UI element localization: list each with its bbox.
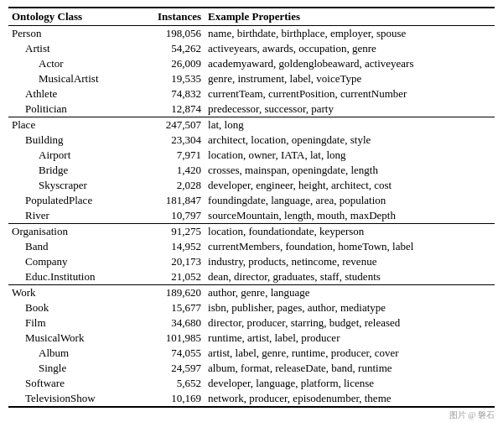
instances-cell: 34,680 — [136, 315, 205, 331]
table-row: Educ.Institution21,052dean, director, gr… — [8, 269, 495, 285]
instances-cell: 26,009 — [136, 56, 205, 71]
properties-cell: dean, director, graduates, staff, studen… — [205, 269, 495, 285]
properties-cell: artist, label, genre, runtime, producer,… — [205, 346, 495, 361]
properties-cell: currentTeam, currentPosition, currentNum… — [205, 86, 495, 102]
ontology-table: Ontology Class Instances Example Propert… — [8, 7, 495, 408]
class-cell: Building — [8, 133, 136, 148]
properties-cell: architect, location, openingdate, style — [205, 133, 495, 148]
class-cell: Bridge — [8, 163, 136, 178]
table-row: Book15,677isbn, publisher, pages, author… — [8, 300, 495, 315]
properties-cell: director, producer, starring, budget, re… — [205, 315, 495, 331]
properties-cell: album, format, releaseDate, band, runtim… — [205, 361, 495, 376]
table-row: MusicalWork101,985runtime, artist, label… — [8, 331, 495, 346]
table-row: Actor26,009academyaward, goldenglobeawar… — [8, 56, 495, 71]
class-cell: Film — [8, 315, 136, 331]
class-cell: Place — [8, 117, 136, 133]
class-cell: Skyscraper — [8, 178, 136, 193]
instances-cell: 91,275 — [136, 224, 205, 240]
instances-cell: 189,620 — [136, 285, 205, 301]
class-cell: Work — [8, 285, 136, 301]
properties-cell: currentMembers, foundation, homeTown, la… — [205, 239, 495, 254]
properties-cell: author, genre, language — [205, 285, 495, 301]
properties-cell: location, foundationdate, keyperson — [205, 224, 495, 240]
table-row: Person198,056name, birthdate, birthplace… — [8, 26, 495, 42]
instances-cell: 5,652 — [136, 376, 205, 391]
table-row: Politician12,874predecessor, successor, … — [8, 102, 495, 117]
instances-cell: 20,173 — [136, 254, 205, 269]
table-row: Album74,055artist, label, genre, runtime… — [8, 346, 495, 361]
table-row: Band14,952currentMembers, foundation, ho… — [8, 239, 495, 254]
instances-cell: 247,507 — [136, 117, 205, 133]
properties-cell: crosses, mainspan, openingdate, length — [205, 163, 495, 178]
instances-cell: 101,985 — [136, 331, 205, 346]
instances-cell: 14,952 — [136, 239, 205, 254]
class-cell: Book — [8, 300, 136, 315]
table-row: Bridge1,420crosses, mainspan, openingdat… — [8, 163, 495, 178]
table-row: TelevisionShow10,169network, producer, e… — [8, 391, 495, 407]
class-cell: PopulatedPlace — [8, 193, 136, 208]
header-properties: Example Properties — [205, 8, 495, 26]
table-row: Artist54,262activeyears, awards, occupat… — [8, 41, 495, 56]
properties-cell: foundingdate, language, area, population — [205, 193, 495, 208]
instances-cell: 2,028 — [136, 178, 205, 193]
class-cell: Company — [8, 254, 136, 269]
instances-cell: 54,262 — [136, 41, 205, 56]
instances-cell: 181,847 — [136, 193, 205, 208]
class-cell: MusicalArtist — [8, 71, 136, 86]
instances-cell: 74,832 — [136, 86, 205, 102]
table-row: Airport7,971location, owner, IATA, lat, … — [8, 148, 495, 163]
table-row: Building23,304architect, location, openi… — [8, 133, 495, 148]
class-cell: Actor — [8, 56, 136, 71]
table-row: Skyscraper2,028developer, engineer, heig… — [8, 178, 495, 193]
class-cell: MusicalWork — [8, 331, 136, 346]
class-cell: Album — [8, 346, 136, 361]
table-header-row: Ontology Class Instances Example Propert… — [8, 8, 495, 26]
table-row: Software5,652developer, language, platfo… — [8, 376, 495, 391]
properties-cell: sourceMountain, length, mouth, maxDepth — [205, 208, 495, 224]
class-cell: Educ.Institution — [8, 269, 136, 285]
properties-cell: genre, instrument, label, voiceType — [205, 71, 495, 86]
class-cell: Organisation — [8, 224, 136, 240]
table-row: Work189,620author, genre, language — [8, 285, 495, 301]
table-row: River10,797sourceMountain, length, mouth… — [8, 208, 495, 224]
class-cell: Athlete — [8, 86, 136, 102]
class-cell: Software — [8, 376, 136, 391]
instances-cell: 1,420 — [136, 163, 205, 178]
table-row: Place247,507lat, long — [8, 117, 495, 133]
class-cell: TelevisionShow — [8, 391, 136, 407]
header-instances: Instances — [136, 8, 205, 26]
class-cell: Airport — [8, 148, 136, 163]
properties-cell: developer, language, platform, license — [205, 376, 495, 391]
instances-cell: 21,052 — [136, 269, 205, 285]
properties-cell: industry, products, netincome, revenue — [205, 254, 495, 269]
instances-cell: 10,797 — [136, 208, 205, 224]
properties-cell: network, producer, episodenumber, theme — [205, 391, 495, 407]
class-cell: Artist — [8, 41, 136, 56]
instances-cell: 19,535 — [136, 71, 205, 86]
instances-cell: 12,874 — [136, 102, 205, 117]
table-row: Single24,597album, format, releaseDate, … — [8, 361, 495, 376]
table-row: Company20,173industry, products, netinco… — [8, 254, 495, 269]
instances-cell: 10,169 — [136, 391, 205, 407]
header-class: Ontology Class — [8, 8, 136, 26]
table-row: PopulatedPlace181,847foundingdate, langu… — [8, 193, 495, 208]
table-row: Film34,680director, producer, starring, … — [8, 315, 495, 331]
instances-cell: 15,677 — [136, 300, 205, 315]
instances-cell: 74,055 — [136, 346, 205, 361]
properties-cell: location, owner, IATA, lat, long — [205, 148, 495, 163]
properties-cell: isbn, publisher, pages, author, mediatyp… — [205, 300, 495, 315]
instances-cell: 7,971 — [136, 148, 205, 163]
properties-cell: lat, long — [205, 117, 495, 133]
class-cell: Band — [8, 239, 136, 254]
properties-cell: activeyears, awards, occupation, genre — [205, 41, 495, 56]
instances-cell: 198,056 — [136, 26, 205, 42]
instances-cell: 23,304 — [136, 133, 205, 148]
watermark: 图片 @ 磐石 — [8, 409, 495, 421]
properties-cell: name, birthdate, birthplace, employer, s… — [205, 26, 495, 42]
properties-cell: academyaward, goldenglobeaward, activeye… — [205, 56, 495, 71]
properties-cell: runtime, artist, label, producer — [205, 331, 495, 346]
table-row: Athlete74,832currentTeam, currentPositio… — [8, 86, 495, 102]
class-cell: Politician — [8, 102, 136, 117]
class-cell: Single — [8, 361, 136, 376]
class-cell: Person — [8, 26, 136, 42]
